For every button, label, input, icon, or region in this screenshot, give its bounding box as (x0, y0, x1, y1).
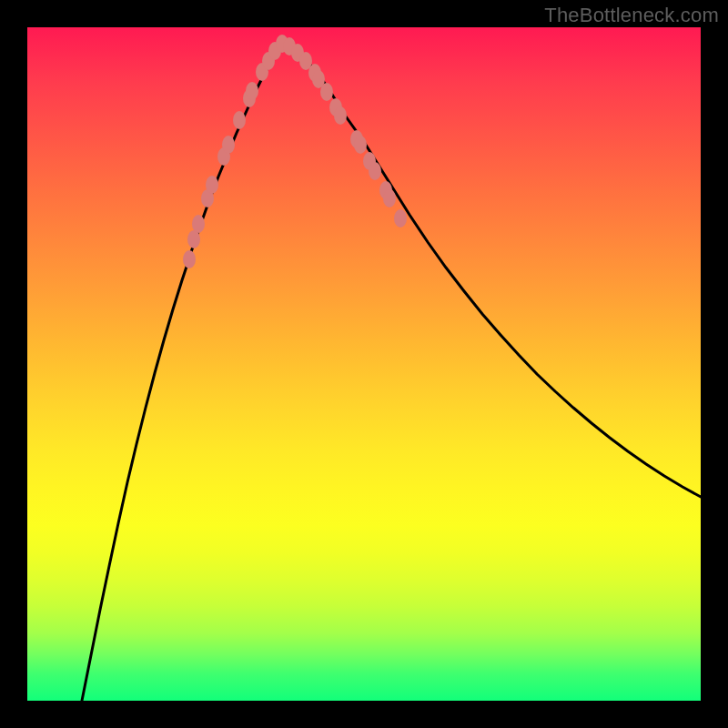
data-bead (246, 82, 258, 100)
data-bead (192, 215, 205, 233)
data-bead (187, 230, 200, 248)
curve-left (82, 42, 282, 701)
data-beads-group (183, 35, 407, 268)
data-bead (183, 250, 196, 268)
data-bead (354, 136, 367, 154)
data-bead (334, 106, 347, 125)
data-bead (206, 176, 218, 194)
chart-svg (27, 27, 701, 701)
data-bead (369, 162, 381, 180)
data-bead (394, 209, 407, 228)
data-bead (320, 83, 333, 101)
data-bead (383, 189, 396, 207)
plot-area (27, 27, 701, 701)
watermark-text: TheBottleneck.com (544, 4, 719, 27)
data-bead (222, 136, 235, 154)
data-bead (233, 111, 246, 129)
outer-frame: TheBottleneck.com (0, 0, 728, 728)
